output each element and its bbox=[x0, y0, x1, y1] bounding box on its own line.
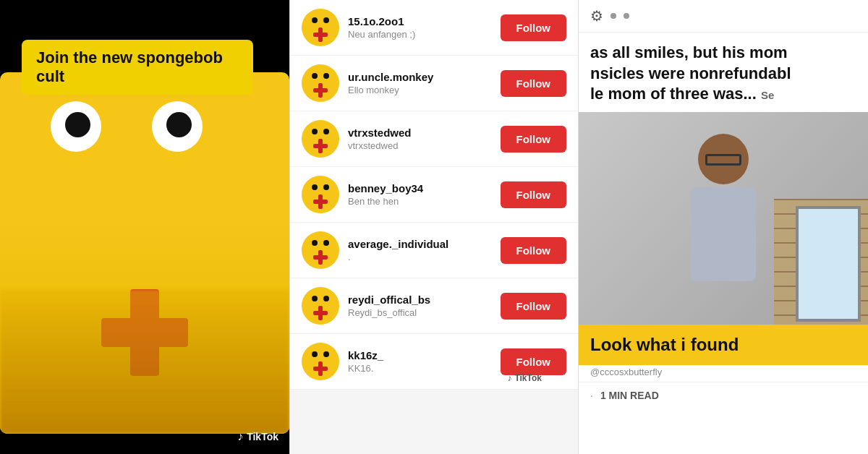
avatar-cross bbox=[313, 361, 328, 376]
watermark-text-middle: TikTok bbox=[514, 373, 542, 383]
follow-item: benney_boy34 Ben the hen Follow bbox=[290, 167, 578, 223]
avatar bbox=[302, 176, 339, 213]
subtext: . bbox=[348, 252, 492, 262]
follow-item: average._individual . Follow bbox=[290, 223, 578, 278]
follow-item: 15.1o.2oo1 Neu anfangen ;) Follow bbox=[290, 0, 578, 56]
kid-glasses bbox=[705, 154, 741, 166]
avatar-cross bbox=[313, 306, 328, 320]
subtext: KK16. bbox=[348, 363, 492, 374]
article-username: @cccosxbutterfly bbox=[579, 365, 868, 382]
window-frame bbox=[796, 206, 861, 322]
tiktok-logo-icon: ♪ bbox=[237, 430, 243, 443]
article-image: Look what i found bbox=[579, 112, 868, 365]
avatar bbox=[302, 231, 339, 269]
headline-line-1: as all smiles, but his mom bbox=[590, 43, 788, 61]
avatar bbox=[302, 343, 339, 380]
subtext: vtrxstedwed bbox=[348, 140, 492, 151]
avatar-eyes bbox=[302, 129, 339, 134]
avatar-cross bbox=[313, 194, 328, 209]
tiktok-video-panel: Join the new spongebob cult ♪ TikTok bbox=[0, 0, 289, 454]
follow-info: 15.1o.2oo1 Neu anfangen ;) bbox=[348, 15, 492, 40]
avatar-eyes bbox=[302, 240, 339, 246]
watermark-text: TikTok bbox=[247, 431, 278, 442]
dot-indicator bbox=[610, 13, 616, 19]
banner-text: Look what i found bbox=[590, 335, 739, 354]
follow-info: ur.uncle.monkey Ello monkey bbox=[348, 71, 492, 95]
article-banner: Look what i found bbox=[579, 325, 868, 365]
follow-button[interactable]: Follow bbox=[501, 181, 567, 208]
subtext: Ello monkey bbox=[348, 85, 492, 95]
subtext: Neu anfangen ;) bbox=[348, 29, 492, 40]
avatar bbox=[302, 287, 339, 325]
avatar bbox=[302, 9, 339, 46]
blur-overlay bbox=[0, 289, 289, 434]
text-overlay-bubble: Join the new spongebob cult bbox=[22, 40, 253, 95]
avatar-cross bbox=[313, 250, 328, 265]
username: average._individual bbox=[348, 238, 492, 250]
tiktok-logo-icon-middle: ♪ bbox=[507, 373, 511, 383]
spongebob-image bbox=[0, 72, 289, 434]
follow-item-last: kk16z_ KK16. Follow ♪ TikTok bbox=[290, 334, 578, 390]
avatar-eyes bbox=[302, 296, 339, 301]
subtext: Reydi_bs_offical bbox=[348, 307, 492, 318]
dot-separator: · bbox=[590, 390, 593, 401]
follow-info: vtrxstedwed vtrxstedwed bbox=[348, 127, 492, 151]
username: benney_boy34 bbox=[348, 182, 492, 194]
read-time: 1 MIN READ bbox=[600, 390, 659, 401]
article-footer: · 1 MIN READ bbox=[579, 382, 868, 408]
avatar-cross bbox=[313, 27, 328, 42]
follow-list: 15.1o.2oo1 Neu anfangen ;) Follow ur.unc… bbox=[290, 0, 578, 390]
username: kk16z_ bbox=[348, 349, 492, 361]
avatar-cross bbox=[313, 139, 328, 153]
follow-button[interactable]: Follow bbox=[501, 293, 567, 320]
video-background: Join the new spongebob cult ♪ TikTok bbox=[0, 0, 289, 454]
follow-info: benney_boy34 Ben the hen bbox=[348, 182, 492, 207]
tiktok-watermark-left: ♪ TikTok bbox=[237, 430, 278, 443]
follow-button[interactable]: Follow bbox=[501, 70, 567, 97]
article-panel: ⚙ as all smiles, but his mom nsicles wer… bbox=[579, 0, 868, 454]
follow-item: ur.uncle.monkey Ello monkey Follow bbox=[290, 56, 578, 111]
avatar-eyes bbox=[302, 184, 339, 190]
kid-body bbox=[691, 187, 756, 281]
username: ur.uncle.monkey bbox=[348, 71, 492, 83]
headline-line-3: le mom of three was... bbox=[590, 85, 757, 103]
username-text: @cccosxbutterfly bbox=[590, 367, 662, 377]
article-headline: as all smiles, but his mom nsicles were … bbox=[590, 43, 856, 105]
avatar-cross bbox=[313, 83, 328, 98]
username: vtrxstedwed bbox=[348, 127, 492, 139]
follow-button[interactable]: Follow bbox=[501, 14, 567, 41]
username: 15.1o.2oo1 bbox=[348, 15, 492, 27]
article-top-bar: ⚙ bbox=[579, 0, 868, 33]
kid-head bbox=[698, 134, 749, 184]
follow-list-panel: 15.1o.2oo1 Neu anfangen ;) Follow ur.unc… bbox=[289, 0, 579, 454]
tiktok-watermark-middle: ♪ TikTok bbox=[507, 373, 542, 383]
article-text: as all smiles, but his mom nsicles were … bbox=[579, 33, 868, 112]
avatar-eyes bbox=[302, 73, 339, 79]
follow-info: kk16z_ KK16. bbox=[348, 349, 492, 374]
follow-button[interactable]: Follow bbox=[501, 126, 567, 153]
avatar bbox=[302, 64, 339, 102]
follow-info: average._individual . bbox=[348, 238, 492, 262]
dot-indicator bbox=[624, 13, 629, 19]
follow-info: reydi_offical_bs Reydi_bs_offical bbox=[348, 294, 492, 318]
eye-right bbox=[152, 101, 203, 152]
kid-figure bbox=[673, 134, 774, 322]
follow-button[interactable]: Follow bbox=[501, 348, 567, 375]
avatar-eyes bbox=[302, 351, 339, 357]
avatar-eyes bbox=[302, 17, 339, 23]
subtext: Ben the hen bbox=[348, 196, 492, 207]
username: reydi_offical_bs bbox=[348, 294, 492, 306]
gear-icon[interactable]: ⚙ bbox=[590, 7, 603, 25]
follow-item: reydi_offical_bs Reydi_bs_offical Follow bbox=[290, 278, 578, 334]
avatar bbox=[302, 120, 339, 158]
bubble-text: Join the new spongebob cult bbox=[36, 48, 223, 85]
headline-line-2: nsicles were nonrefundabl bbox=[590, 64, 791, 82]
read-more-link[interactable]: Se bbox=[761, 89, 774, 101]
follow-button[interactable]: Follow bbox=[501, 237, 567, 264]
eye-left bbox=[51, 101, 101, 152]
follow-item: vtrxstedwed vtrxstedwed Follow bbox=[290, 111, 578, 167]
